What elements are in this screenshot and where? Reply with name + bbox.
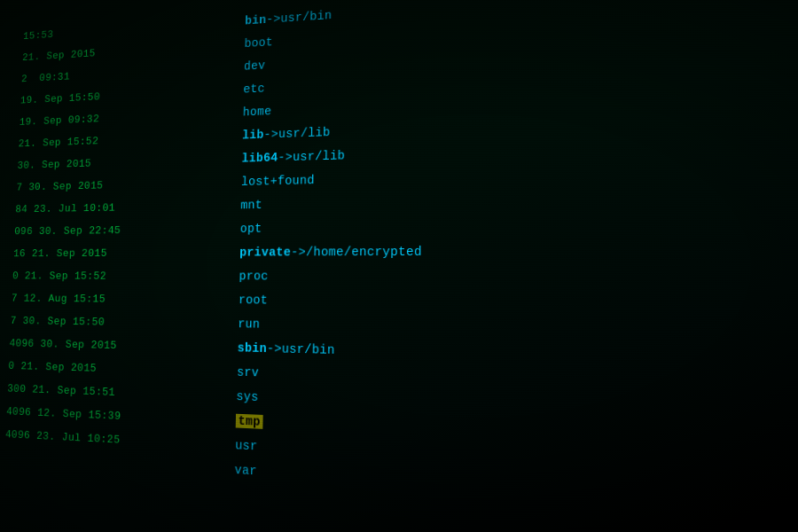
meta-line-9: 096 30. Sep 22:45 bbox=[14, 217, 232, 242]
file-metadata-column: 15:53 21. Sep 2015 2 09:31 19. Sep 15:50… bbox=[0, 3, 238, 491]
terminal-content: 15:53 21. Sep 2015 2 09:31 19. Sep 15:50… bbox=[0, 0, 798, 532]
meta-line-11: 0 21. Sep 15:52 bbox=[12, 264, 231, 288]
meta-line-8: 84 23. Jul 10:01 bbox=[15, 194, 233, 221]
meta-line-10: 16 21. Sep 2015 bbox=[13, 240, 232, 264]
meta-line-12: 7 12. Aug 15:15 bbox=[11, 286, 231, 311]
dir-private: private -> /home/encrypted bbox=[239, 236, 798, 264]
file-names-column: bin -> usr/bin boot dev etc home lib bbox=[226, 0, 798, 532]
ls-output: 15:53 21. Sep 2015 2 09:31 19. Sep 15:50… bbox=[0, 0, 798, 532]
terminal-screen: 15:53 21. Sep 2015 2 09:31 19. Sep 15:50… bbox=[0, 0, 798, 532]
